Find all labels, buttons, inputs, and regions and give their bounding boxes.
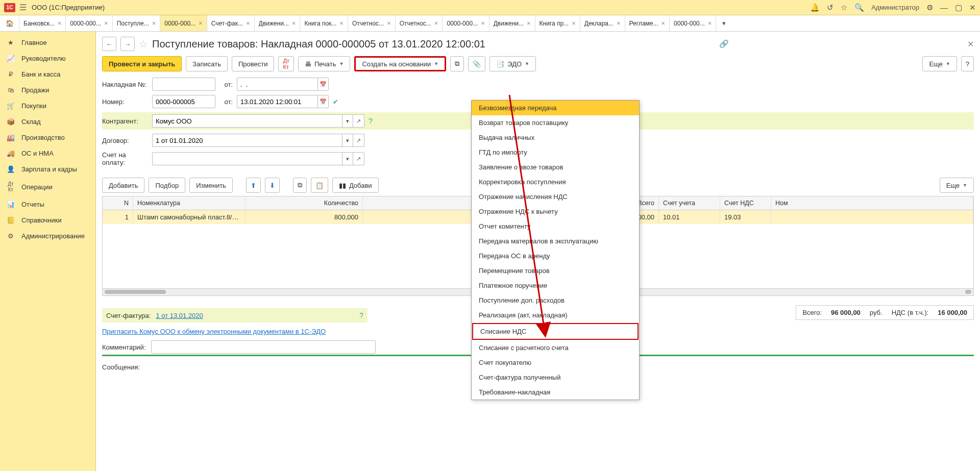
tab-4[interactable]: Счет-фак...× bbox=[207, 15, 255, 31]
dd-item[interactable]: Списание с расчетного счета bbox=[472, 340, 639, 355]
dd-item[interactable]: ГТД по импорту bbox=[472, 145, 639, 160]
counterparty-input[interactable] bbox=[152, 114, 342, 128]
col-account-nds[interactable]: Счет НДС bbox=[720, 196, 771, 210]
dd-item[interactable]: Передача ОС в аренду bbox=[472, 249, 639, 263]
dd-item[interactable]: Безвозмездная передача bbox=[472, 101, 639, 115]
calendar-icon[interactable]: 📅 bbox=[317, 95, 329, 108]
link-icon[interactable]: 🔗 bbox=[719, 39, 729, 48]
dd-item[interactable]: Выдача наличных bbox=[472, 130, 639, 145]
sidebar-item-admin[interactable]: ⚙Администрирование bbox=[0, 228, 95, 244]
post-button[interactable]: Провести bbox=[232, 56, 275, 71]
minimize-icon[interactable]: — bbox=[940, 3, 948, 12]
tab-close-icon[interactable]: × bbox=[387, 19, 391, 27]
user-label[interactable]: Администратор bbox=[871, 4, 919, 11]
dd-item[interactable]: Отражение начисления НДС bbox=[472, 189, 639, 204]
invoice-no-input[interactable] bbox=[152, 78, 215, 91]
tab-5[interactable]: Движени...× bbox=[255, 15, 301, 31]
sidebar-item-purchases[interactable]: 🛒Покупки bbox=[0, 98, 95, 114]
dd-item[interactable]: Счет-фактура полученный bbox=[472, 370, 639, 385]
dd-item[interactable]: Платежное поручение bbox=[472, 278, 639, 293]
sidebar-item-hr[interactable]: 👤Зарплата и кадры bbox=[0, 161, 95, 177]
tab-8[interactable]: Отчетнос...× bbox=[396, 15, 443, 31]
dd-item[interactable]: Возврат товаров поставщику bbox=[472, 115, 639, 130]
maximize-icon[interactable]: ▢ bbox=[955, 3, 962, 12]
add-row-button[interactable]: Добавить bbox=[102, 178, 144, 193]
close-form-icon[interactable]: ✕ bbox=[967, 39, 974, 49]
dropdown-icon[interactable]: ▾ bbox=[342, 152, 353, 165]
dd-item[interactable]: Отражение НДС к вычету bbox=[472, 204, 639, 219]
tab-7[interactable]: Отчетнос...× bbox=[348, 15, 396, 31]
tab-close-icon[interactable]: × bbox=[339, 19, 344, 27]
print-button[interactable]: 🖶 Печать ▼ bbox=[298, 56, 351, 71]
move-up-button[interactable]: ⬆ bbox=[246, 178, 261, 193]
write-button[interactable]: Записать bbox=[186, 56, 228, 71]
dropdown-icon[interactable]: ▾ bbox=[342, 114, 353, 128]
col-quantity[interactable]: Количество bbox=[246, 196, 363, 210]
sidebar-item-operations[interactable]: ДтКтОперации bbox=[0, 177, 95, 196]
sidebar-item-assets[interactable]: 🚚ОС и НМА bbox=[0, 145, 95, 161]
col-nomenclature[interactable]: Номенклатура bbox=[133, 196, 246, 210]
tab-close-icon[interactable]: × bbox=[708, 19, 712, 27]
col-account[interactable]: Счет учета bbox=[659, 196, 720, 210]
open-icon[interactable]: ↗ bbox=[353, 152, 364, 165]
edo-button[interactable]: 📑 ЭДО ▼ bbox=[489, 56, 536, 71]
attach-button[interactable]: 📎 bbox=[468, 56, 485, 71]
dd-item[interactable]: Требование-накладная bbox=[472, 385, 639, 400]
tab-6[interactable]: Книга пок...× bbox=[300, 15, 348, 31]
dd-item[interactable]: Перемещение товаров bbox=[472, 263, 639, 278]
sf-help-icon[interactable]: ? bbox=[359, 311, 363, 319]
nav-forward-button[interactable]: → bbox=[120, 37, 135, 51]
dd-item[interactable]: Заявление о ввозе товаров bbox=[472, 160, 639, 175]
tab-close-icon[interactable]: × bbox=[58, 19, 62, 27]
tab-close-icon[interactable]: × bbox=[199, 19, 203, 27]
number-date-input[interactable] bbox=[237, 95, 317, 108]
open-icon[interactable]: ↗ bbox=[353, 114, 364, 128]
copy-button[interactable]: ⧉ bbox=[293, 178, 307, 193]
tab-13[interactable]: Регламе...× bbox=[625, 15, 670, 31]
favorite-star-icon[interactable]: ☆ bbox=[139, 38, 148, 50]
move-down-button[interactable]: ⬇ bbox=[265, 178, 280, 193]
tab-close-icon[interactable]: × bbox=[292, 19, 296, 27]
table-more-button[interactable]: Еще ▼ bbox=[940, 178, 974, 193]
tab-0[interactable]: Банковск...× bbox=[19, 15, 66, 31]
dd-item[interactable]: Отчет комитенту bbox=[472, 219, 639, 234]
contract-input[interactable] bbox=[152, 134, 342, 147]
number-input[interactable] bbox=[152, 95, 215, 108]
tab-close-icon[interactable]: × bbox=[434, 19, 438, 27]
tab-close-icon[interactable]: × bbox=[481, 19, 485, 27]
tab-9[interactable]: 0000-000...× bbox=[443, 15, 489, 31]
dropdown-icon[interactable]: ▾ bbox=[342, 134, 353, 147]
sidebar-item-production[interactable]: 🏭Производство bbox=[0, 130, 95, 145]
col-n[interactable]: N bbox=[103, 196, 133, 210]
close-window-icon[interactable]: ✕ bbox=[969, 3, 976, 12]
dd-item[interactable]: Корректировка поступления bbox=[472, 175, 639, 189]
dd-item-highlighted[interactable]: Списание НДС bbox=[472, 323, 639, 340]
help-button[interactable]: ? bbox=[961, 56, 974, 71]
sidebar-item-manager[interactable]: 📈Руководителю bbox=[0, 51, 95, 66]
tab-2[interactable]: Поступле...× bbox=[113, 15, 161, 31]
invoice-pay-input[interactable] bbox=[152, 152, 342, 165]
tab-12[interactable]: Деклара...× bbox=[580, 15, 625, 31]
dd-item[interactable]: Передача материалов в эксплуатацию bbox=[472, 234, 639, 249]
sidebar-item-sales[interactable]: 🛍Продажи bbox=[0, 82, 95, 98]
settings-icon[interactable]: ⚙ bbox=[926, 3, 933, 12]
tabs-more-icon[interactable]: ▾ bbox=[716, 15, 731, 31]
nav-back-button[interactable]: ← bbox=[102, 37, 116, 51]
tab-10[interactable]: Движени...× bbox=[489, 15, 535, 31]
tab-close-icon[interactable]: × bbox=[617, 19, 621, 27]
invite-edo-link[interactable]: Пригласить Комус ООО к обмену электронны… bbox=[102, 328, 326, 335]
tab-3[interactable]: 0000-000...× bbox=[160, 15, 207, 31]
search-icon[interactable]: 🔍 bbox=[854, 3, 864, 12]
dd-item[interactable]: Реализация (акт, накладная) bbox=[472, 308, 639, 323]
star-icon[interactable]: ☆ bbox=[841, 3, 847, 12]
comment-input[interactable] bbox=[151, 340, 376, 354]
tab-close-icon[interactable]: × bbox=[246, 19, 250, 27]
tab-close-icon[interactable]: × bbox=[661, 19, 665, 27]
tab-close-icon[interactable]: × bbox=[104, 19, 108, 27]
open-icon[interactable]: ↗ bbox=[353, 134, 364, 147]
main-menu-icon[interactable]: ☰ bbox=[19, 3, 27, 12]
invoice-date-input[interactable] bbox=[237, 78, 317, 91]
tab-close-icon[interactable]: × bbox=[152, 19, 156, 27]
sidebar-item-main[interactable]: ★Главное bbox=[0, 35, 95, 51]
history-icon[interactable]: ↺ bbox=[827, 3, 834, 12]
